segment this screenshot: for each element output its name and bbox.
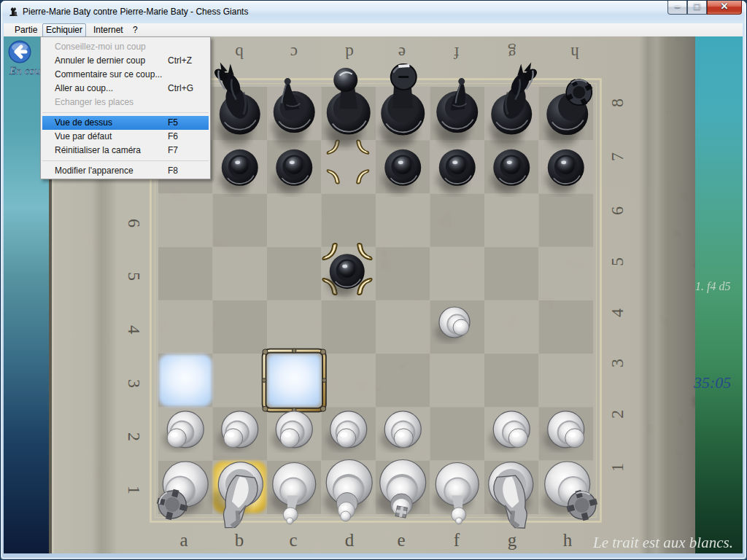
svg-text:1: 1 — [125, 486, 144, 494]
svg-text:6: 6 — [125, 219, 144, 228]
svg-text:7: 7 — [608, 152, 627, 161]
svg-text:f: f — [454, 44, 460, 62]
svg-text:c: c — [290, 44, 298, 62]
svg-text:8: 8 — [608, 98, 627, 107]
svg-text:5: 5 — [125, 272, 144, 281]
svg-text:d: d — [345, 530, 355, 550]
svg-text:2: 2 — [125, 432, 144, 441]
svg-text:d: d — [345, 44, 354, 62]
svg-text:1: 1 — [608, 463, 627, 472]
svg-text:h: h — [563, 530, 573, 550]
svg-text:c: c — [289, 530, 297, 550]
svg-text:35:05: 35:05 — [693, 373, 731, 392]
svg-text:b: b — [235, 530, 244, 550]
svg-text:4: 4 — [125, 325, 144, 334]
svg-text:6: 6 — [608, 206, 627, 215]
svg-text:g: g — [508, 44, 516, 62]
svg-text:3: 3 — [608, 359, 627, 368]
svg-text:4: 4 — [608, 308, 627, 317]
svg-text:g: g — [508, 530, 517, 550]
svg-text:5: 5 — [608, 257, 627, 266]
svg-text:f: f — [454, 530, 460, 550]
svg-text:2: 2 — [608, 410, 627, 419]
svg-text:h: h — [570, 44, 579, 62]
svg-text:1. f4 d5: 1. f4 d5 — [695, 280, 730, 293]
svg-text:a: a — [179, 530, 187, 550]
svg-text:3: 3 — [125, 379, 144, 388]
svg-text:e: e — [398, 44, 406, 62]
svg-text:e: e — [397, 530, 405, 550]
svg-text:Le trait est aux blancs.: Le trait est aux blancs. — [592, 534, 733, 551]
svg-text:b: b — [235, 44, 244, 62]
